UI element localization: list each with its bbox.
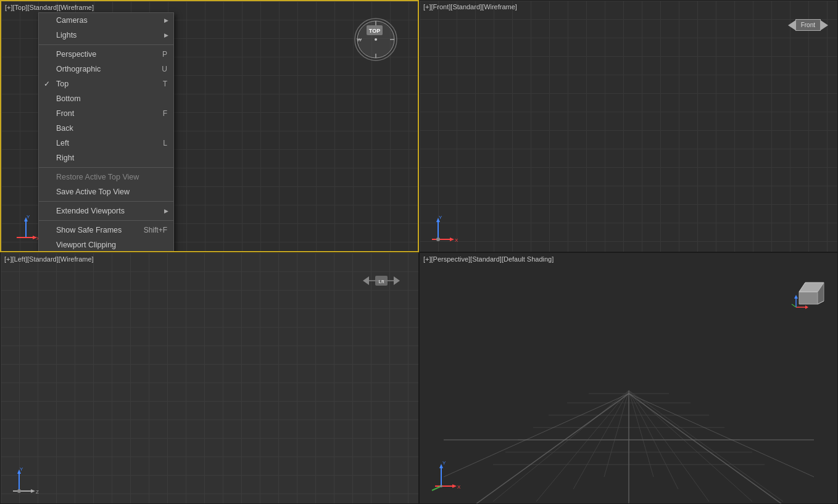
context-menu[interactable]: CamerasLightsPerspectivePOrthographicUTo…: [38, 12, 174, 252]
menu-item-cameras[interactable]: Cameras: [39, 13, 173, 28]
axis-indicator-front: Y X: [429, 213, 463, 244]
menu-item-restore_active: Restore Active Top View: [39, 170, 173, 184]
menu-item-viewport_clipping[interactable]: Viewport Clipping: [39, 238, 173, 252]
svg-line-56: [604, 390, 629, 477]
svg-text:X: X: [457, 484, 461, 490]
menu-shortcut-left: L: [151, 139, 167, 147]
menu-item-label-front: Front: [56, 109, 74, 118]
svg-text:Y: Y: [27, 214, 30, 220]
menu-item-label-orthographic: Orthographic: [56, 65, 101, 73]
svg-line-66: [629, 394, 795, 503]
menu-item-label-cameras: Cameras: [56, 16, 88, 25]
svg-line-65: [462, 394, 629, 503]
menu-separator: [39, 201, 173, 202]
svg-point-76: [440, 485, 442, 487]
svg-point-34: [17, 489, 21, 493]
svg-line-54: [536, 390, 629, 502]
menu-item-label-show_safe_frames: Show Safe Frames: [56, 226, 122, 234]
front-arrow-right-icon: [821, 20, 828, 30]
svg-line-58: [629, 390, 653, 477]
svg-point-9: [375, 38, 377, 41]
front-arrow-left-icon: [788, 20, 795, 30]
menu-item-front[interactable]: FrontF: [39, 106, 173, 121]
svg-text:Y: Y: [442, 460, 446, 466]
perspective-grid-container: [420, 278, 837, 504]
menu-item-label-save_active: Save Active Top View: [56, 188, 130, 196]
menu-item-label-viewport_clipping: Viewport Clipping: [56, 241, 116, 249]
menu-item-extended_viewports[interactable]: Extended Viewports: [39, 204, 173, 218]
menu-item-show_safe_frames[interactable]: Show Safe FramesShift+F: [39, 223, 173, 238]
axis-indicator-left: Y Z: [10, 465, 44, 496]
menu-shortcut-top: T: [151, 80, 167, 88]
menu-item-label-bottom: Bottom: [56, 94, 81, 103]
svg-marker-20: [450, 238, 454, 241]
viewport-bottom-left[interactable]: [+][Left][Standard][Wireframe] Lft Y Z: [0, 252, 419, 505]
viewport-top-right[interactable]: [+][Front][Standard][Wireframe] Front Y …: [419, 0, 838, 252]
menu-item-label-right: Right: [56, 154, 74, 162]
menu-item-bottom[interactable]: Bottom: [39, 91, 173, 106]
compass-icon: TOP W: [353, 17, 399, 63]
viewport-top-left[interactable]: [+][Top][Standard][Wireframe] TOP W: [0, 0, 419, 252]
front-view-indicator: Front: [788, 19, 828, 31]
front-label-box: Front: [795, 19, 821, 31]
menu-item-left[interactable]: LeftL: [39, 136, 173, 151]
viewport-perspective[interactable]: [+][Perspective][Standard][Default Shadi…: [419, 252, 838, 505]
viewport-label-top-right: [+][Front][Standard][Wireframe]: [423, 3, 518, 10]
svg-point-22: [436, 238, 440, 241]
svg-marker-25: [394, 276, 400, 285]
svg-line-53: [493, 390, 629, 502]
svg-line-75: [432, 486, 441, 490]
svg-text:TOP: TOP: [369, 28, 380, 34]
menu-shortcut-show_safe_frames: Shift+F: [131, 226, 167, 234]
menu-separator: [39, 220, 173, 221]
axis-indicator-top: Y X: [10, 213, 41, 244]
menu-item-label-extended_viewports: Extended Viewports: [56, 207, 125, 215]
menu-shortcut-perspective: P: [150, 50, 167, 59]
perspective-grid: [444, 278, 814, 504]
menu-item-label-back: Back: [56, 124, 73, 133]
viewport-grid: [+][Top][Standard][Wireframe] TOP W: [0, 0, 838, 504]
menu-item-label-restore_active: Restore Active Top View: [56, 173, 139, 181]
svg-text:Y: Y: [20, 466, 23, 472]
viewport-label-top-left: [+][Top][Standard][Wireframe]: [5, 4, 95, 11]
viewport-label-bottom-left: [+][Left][Standard][Wireframe]: [4, 255, 95, 263]
menu-item-orthographic[interactable]: OrthographicU: [39, 62, 173, 76]
menu-item-lights[interactable]: Lights: [39, 28, 173, 43]
menu-item-perspective[interactable]: PerspectiveP: [39, 47, 173, 62]
menu-item-top[interactable]: TopT: [39, 76, 173, 91]
axis-indicator-perspective: Y X: [429, 458, 466, 492]
menu-shortcut-orthographic: U: [149, 65, 167, 73]
left-view-icon: Lft: [360, 270, 403, 292]
menu-item-right[interactable]: Right: [39, 151, 173, 165]
menu-item-label-left: Left: [56, 139, 69, 147]
menu-shortcut-front: F: [151, 109, 167, 118]
svg-text:Z: Z: [36, 489, 39, 495]
svg-marker-73: [452, 484, 457, 488]
svg-marker-32: [31, 489, 35, 493]
menu-separator: [39, 44, 173, 45]
menu-item-label-lights: Lights: [56, 31, 77, 39]
svg-line-60: [629, 390, 709, 502]
viewport-label-perspective: [+][Perspective][Standard][Default Shadi…: [423, 255, 555, 263]
menu-item-label-perspective: Perspective: [56, 50, 96, 59]
svg-text:W: W: [357, 37, 362, 43]
svg-text:Lft: Lft: [379, 279, 385, 284]
menu-separator: [39, 167, 173, 168]
menu-item-save_active[interactable]: Save Active Top View: [39, 184, 173, 199]
svg-marker-23: [363, 276, 369, 285]
menu-item-back[interactable]: Back: [39, 121, 173, 136]
menu-item-label-top: Top: [56, 80, 68, 88]
svg-text:Y: Y: [439, 215, 442, 220]
svg-line-62: [629, 390, 783, 502]
svg-text:X: X: [455, 238, 458, 243]
